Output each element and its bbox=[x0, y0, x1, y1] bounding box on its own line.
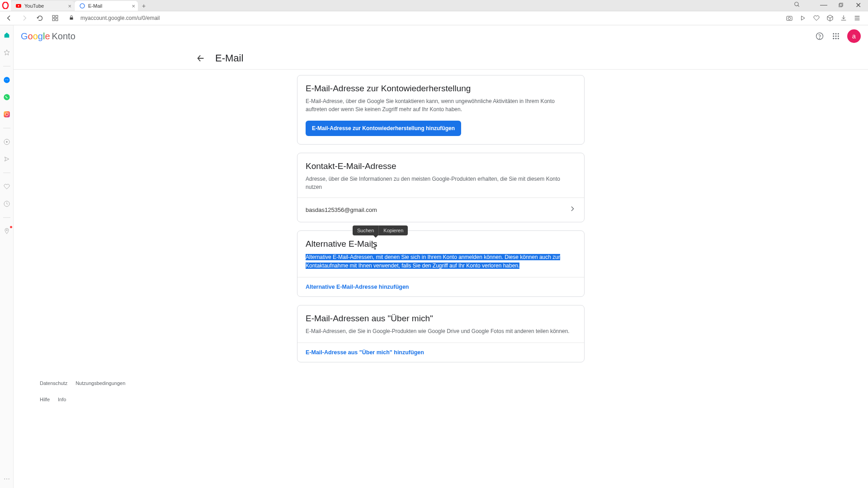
minimize-button[interactable]: — bbox=[816, 0, 832, 10]
play-icon[interactable] bbox=[797, 12, 809, 24]
reload-button[interactable] bbox=[33, 12, 46, 24]
svg-point-0 bbox=[3, 2, 8, 9]
svg-rect-7 bbox=[52, 15, 55, 18]
close-window-button[interactable]: ✕ bbox=[850, 0, 866, 10]
search-icon[interactable] bbox=[794, 1, 800, 9]
url-input[interactable]: myaccount.google.com/u/0/email bbox=[64, 15, 780, 22]
new-tab-button[interactable]: + bbox=[138, 1, 149, 11]
heart-icon[interactable] bbox=[810, 12, 823, 24]
download-icon[interactable] bbox=[837, 12, 850, 24]
svg-line-4 bbox=[798, 5, 799, 7]
forward-button[interactable] bbox=[18, 12, 31, 24]
close-icon[interactable]: × bbox=[132, 3, 135, 9]
cube-icon[interactable] bbox=[824, 12, 836, 24]
url-text: myaccount.google.com/u/0/email bbox=[80, 15, 160, 21]
svg-point-13 bbox=[788, 17, 790, 19]
svg-rect-11 bbox=[70, 17, 73, 19]
svg-rect-10 bbox=[56, 19, 58, 21]
menu-icon[interactable] bbox=[851, 12, 863, 24]
svg-rect-9 bbox=[52, 19, 55, 21]
address-bar-actions bbox=[783, 12, 865, 24]
svg-point-2 bbox=[80, 4, 85, 8]
opera-icon bbox=[2, 2, 9, 9]
google-icon bbox=[79, 3, 85, 9]
window-controls: — ✕ bbox=[816, 0, 866, 10]
tab-youtube[interactable]: YouTube × bbox=[11, 1, 74, 11]
svg-rect-5 bbox=[839, 4, 842, 7]
svg-rect-6 bbox=[840, 3, 843, 6]
svg-point-3 bbox=[795, 2, 798, 6]
svg-rect-8 bbox=[56, 15, 58, 18]
opera-logo-icon[interactable] bbox=[0, 0, 11, 11]
svg-rect-12 bbox=[787, 16, 792, 20]
close-icon[interactable]: × bbox=[68, 3, 71, 9]
tab-label: E-Mail bbox=[88, 3, 102, 9]
back-button[interactable] bbox=[3, 12, 15, 24]
tabs-container: YouTube × E-Mail × + bbox=[11, 0, 149, 11]
lock-icon bbox=[69, 15, 74, 22]
maximize-button[interactable] bbox=[833, 0, 849, 10]
address-bar: myaccount.google.com/u/0/email bbox=[0, 11, 868, 25]
browser-tab-strip: YouTube × E-Mail × + — ✕ bbox=[0, 0, 868, 11]
speed-dial-button[interactable] bbox=[49, 12, 61, 24]
snapshot-icon[interactable] bbox=[783, 12, 796, 24]
tab-label: YouTube bbox=[24, 3, 44, 9]
youtube-icon bbox=[15, 3, 22, 9]
tab-email[interactable]: E-Mail × bbox=[75, 1, 138, 11]
